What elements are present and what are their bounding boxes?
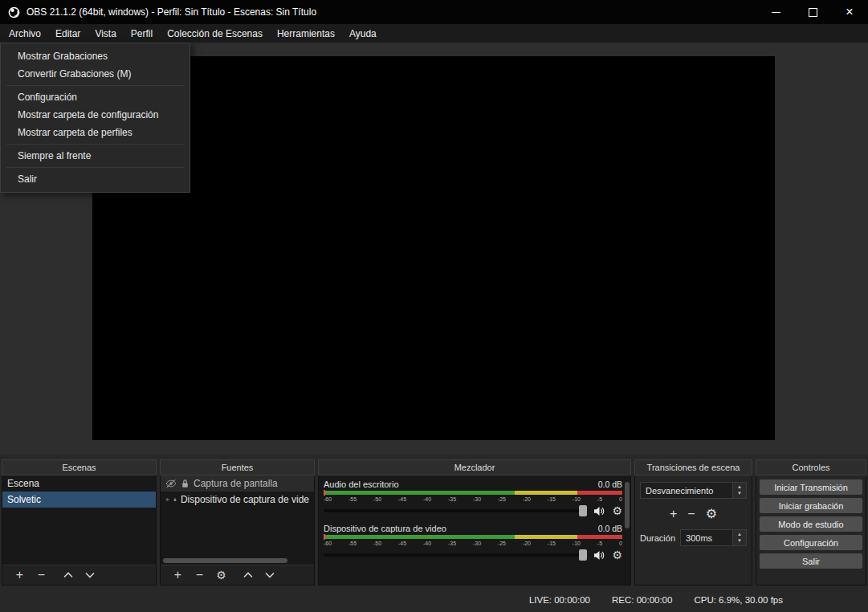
duration-spinbox[interactable]: 300ms ▲ ▼: [680, 529, 747, 546]
menu-vista[interactable]: Vista: [88, 24, 123, 43]
meter-tick-label: -60: [324, 496, 332, 503]
preview-canvas[interactable]: [92, 56, 775, 440]
studio-mode-button[interactable]: Modo de estudio: [760, 516, 862, 532]
add-transition-button[interactable]: +: [670, 508, 677, 520]
transitions-panel-header[interactable]: Transiciones de escena: [634, 459, 752, 475]
move-scene-down-button[interactable]: [79, 565, 100, 585]
rec-time: REC: 00:00:00: [612, 595, 672, 605]
add-scene-button[interactable]: +: [9, 565, 31, 585]
minimize-button[interactable]: [757, 0, 794, 24]
mixer-channel-capture-device: Dispositivo de captura de video 0.0 dB -…: [324, 524, 622, 561]
meter-tick-label: -55: [348, 496, 357, 503]
menu-editar[interactable]: Editar: [48, 24, 88, 43]
source-properties-button[interactable]: ⚙: [210, 565, 232, 585]
transition-select[interactable]: Desvanecimiento ▲ ▼: [640, 482, 747, 499]
lock-icon[interactable]: [181, 479, 189, 488]
source-item-dispositivo-captura[interactable]: Dispositivo de captura de vide: [161, 492, 314, 508]
source-label: Captura de pantalla: [194, 478, 278, 489]
audio-level-meter: [324, 491, 622, 495]
chevron-down-icon: [85, 572, 95, 578]
eye-slash-icon[interactable]: [165, 479, 177, 488]
add-source-button[interactable]: +: [167, 565, 189, 585]
menu-item-salir[interactable]: Salir: [1, 170, 189, 188]
start-streaming-button[interactable]: Iniciar Transmisión: [760, 479, 862, 495]
meter-tick-label: -55: [348, 540, 357, 547]
menu-item-configuracion[interactable]: Configuración: [1, 88, 189, 106]
meter-tick-label: 0: [619, 496, 622, 503]
window-title: OBS 21.1.2 (64bit, windows) - Perfil: Si…: [26, 6, 316, 18]
transition-properties-button[interactable]: ⚙: [706, 508, 717, 520]
speaker-icon[interactable]: [593, 550, 605, 561]
lock-icon[interactable]: [173, 495, 177, 504]
chevron-down-icon: [265, 572, 275, 578]
remove-transition-button[interactable]: −: [687, 508, 695, 520]
mixer-panel-header[interactable]: Mezclador: [318, 459, 631, 475]
meter-tick-label: -30: [473, 540, 481, 547]
meter-tick-label: -20: [523, 540, 531, 547]
sources-panel: Fuentes Captura de pantalla: [160, 459, 315, 585]
source-label: Dispositivo de captura de vide: [181, 494, 309, 505]
scene-item-escena[interactable]: Escena: [2, 475, 156, 492]
duration-spinner[interactable]: ▲ ▼: [732, 530, 746, 545]
sources-panel-header[interactable]: Fuentes: [160, 459, 315, 475]
meter-tick-label: -50: [373, 540, 381, 547]
sources-horizontal-scrollbar[interactable]: [161, 557, 314, 565]
meter-tick-label: -45: [398, 540, 406, 547]
meter-tick-label: -35: [448, 496, 456, 503]
spinner-down-icon: ▼: [737, 538, 742, 545]
live-time: LIVE: 00:00:00: [529, 595, 590, 605]
scenes-list: Escena Solvetic: [2, 475, 156, 565]
remove-source-button[interactable]: −: [189, 565, 210, 585]
minimize-icon: [772, 12, 780, 13]
archivo-dropdown-menu: Mostrar Grabaciones Convertir Grabacione…: [0, 43, 190, 193]
gear-icon: ⚙: [216, 569, 226, 581]
speaker-icon[interactable]: [593, 506, 605, 516]
volume-slider[interactable]: [324, 553, 587, 557]
maximize-button[interactable]: [794, 0, 831, 24]
transition-select-spinner[interactable]: ▲ ▼: [732, 483, 746, 498]
meter-tick-label: -10: [573, 496, 581, 503]
gear-icon[interactable]: ⚙: [612, 549, 622, 561]
menu-item-convertir-grabaciones[interactable]: Convertir Grabaciones (M): [1, 65, 189, 83]
meter-scale: -60-55-50-45-40-35-30-25-20-15-10-50: [324, 496, 622, 503]
scenes-panel-header[interactable]: Escenas: [2, 459, 157, 475]
transition-selected-value: Desvanecimiento: [641, 483, 732, 498]
volume-slider-handle[interactable]: [579, 505, 587, 516]
gear-icon[interactable]: ⚙: [612, 505, 622, 516]
eye-icon[interactable]: [165, 495, 169, 504]
menu-separator: [6, 144, 184, 145]
move-source-down-button[interactable]: [259, 565, 280, 585]
obs-logo-icon: [8, 6, 20, 18]
volume-slider-handle[interactable]: [579, 549, 587, 561]
volume-slider[interactable]: [324, 509, 587, 512]
exit-button[interactable]: Salir: [760, 553, 862, 569]
menu-archivo[interactable]: Archivo: [2, 24, 48, 43]
move-scene-up-button[interactable]: [57, 565, 79, 585]
start-recording-button[interactable]: Iniciar grabación: [760, 498, 862, 513]
remove-scene-button[interactable]: −: [31, 565, 52, 585]
mixer-vertical-scrollbar[interactable]: [625, 482, 630, 528]
menu-separator: [6, 167, 184, 168]
menu-herramientas[interactable]: Herramientas: [270, 24, 342, 43]
scene-item-solvetic[interactable]: Solvetic: [2, 492, 156, 508]
menu-item-mostrar-grabaciones[interactable]: Mostrar Grabaciones: [1, 47, 189, 65]
meter-tick-label: -40: [423, 496, 431, 503]
dock-area: Escenas Escena Solvetic + −: [0, 455, 868, 588]
menu-item-siempre-al-frente[interactable]: Siempre al frente: [1, 147, 189, 165]
meter-scale: -60-55-50-45-40-35-30-25-20-15-10-50: [324, 540, 622, 547]
controls-panel-header[interactable]: Controles: [756, 459, 866, 475]
move-source-up-button[interactable]: [237, 565, 259, 585]
meter-tick-label: 0: [619, 540, 622, 547]
meter-tick-label: -45: [398, 496, 406, 503]
menu-perfil[interactable]: Perfil: [124, 24, 160, 43]
close-button[interactable]: ×: [831, 0, 868, 24]
source-item-captura-pantalla[interactable]: Captura de pantalla: [161, 475, 314, 492]
scrollbar-thumb[interactable]: [163, 558, 287, 563]
menu-item-carpeta-configuracion[interactable]: Mostrar carpeta de configuración: [1, 106, 189, 124]
menu-item-carpeta-perfiles[interactable]: Mostrar carpeta de perfiles: [1, 124, 189, 141]
menu-ayuda[interactable]: Ayuda: [342, 24, 384, 43]
meter-tick-label: -50: [373, 496, 381, 503]
menu-coleccion-escenas[interactable]: Colección de Escenas: [160, 24, 270, 43]
settings-button[interactable]: Configuración: [760, 535, 862, 550]
meter-tick-label: -15: [548, 496, 556, 503]
